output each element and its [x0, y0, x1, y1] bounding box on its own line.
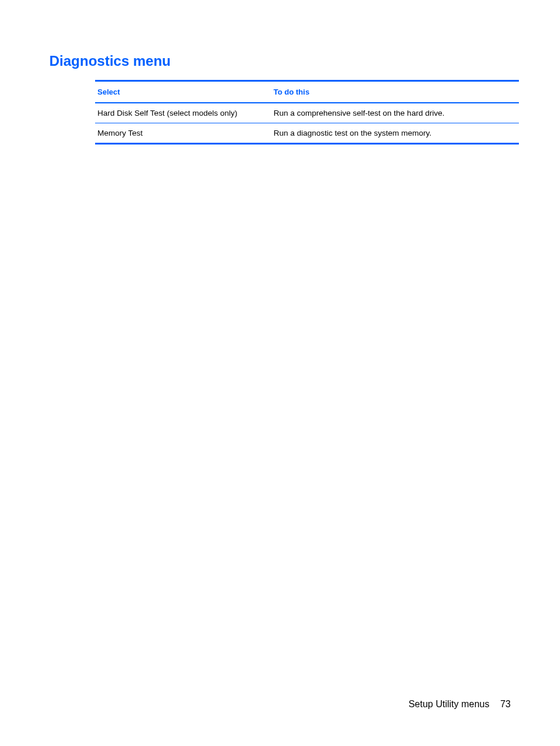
section-heading: Diagnostics menu	[49, 53, 511, 69]
cell-select: Hard Disk Self Test (select models only)	[95, 103, 271, 123]
footer-page-number: 73	[500, 699, 511, 709]
cell-select: Memory Test	[95, 123, 271, 144]
diagnostics-table-container: Select To do this Hard Disk Self Test (s…	[95, 80, 519, 145]
table-header-row: Select To do this	[95, 81, 519, 103]
table-row: Memory Test Run a diagnostic test on the…	[95, 123, 519, 144]
table-row: Hard Disk Self Test (select models only)…	[95, 103, 519, 123]
cell-todo: Run a diagnostic test on the system memo…	[271, 123, 519, 144]
col-header-todo: To do this	[271, 81, 519, 103]
diagnostics-table: Select To do this Hard Disk Self Test (s…	[95, 80, 519, 145]
col-header-select: Select	[95, 81, 271, 103]
cell-todo: Run a comprehensive self-test on the har…	[271, 103, 519, 123]
footer-section-title: Setup Utility menus	[409, 699, 490, 709]
page-footer: Setup Utility menus 73	[409, 699, 511, 710]
